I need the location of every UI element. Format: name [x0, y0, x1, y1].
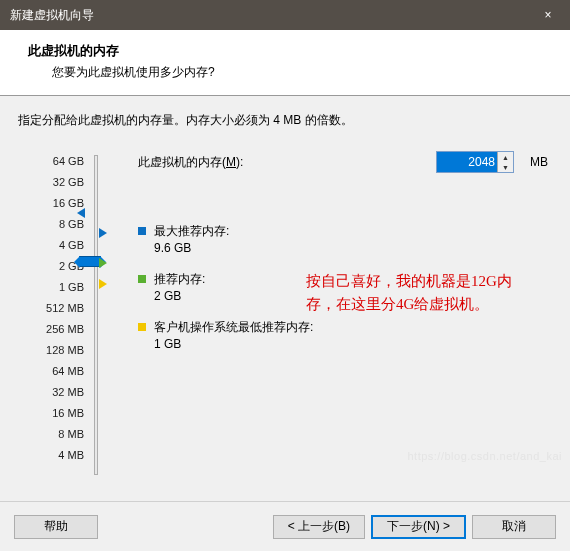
memory-spinner[interactable]: ▲ ▼	[436, 151, 514, 173]
max-rec-row: 最大推荐内存:	[138, 223, 552, 240]
min-value: 1 GB	[154, 337, 552, 351]
tick-label: 16 MB	[18, 403, 84, 424]
memory-input-row: 此虚拟机的内存(M): ▲ ▼ MB	[138, 151, 552, 173]
annotation-text: 按自己喜好，我的机器是12G内存，在这里分4G给虚拟机。	[306, 270, 538, 315]
min-label: 客户机操作系统最低推荐内存:	[154, 319, 313, 336]
header: 此虚拟机的内存 您要为此虚拟机使用多少内存?	[0, 30, 570, 96]
spin-buttons: ▲ ▼	[497, 152, 513, 172]
content: 指定分配给此虚拟机的内存量。内存大小必须为 4 MB 的倍数。 64 GB 32…	[0, 96, 570, 516]
page-title: 此虚拟机的内存	[28, 42, 552, 60]
max-rec-label: 最大推荐内存:	[154, 223, 229, 240]
tick-label: 1 GB	[18, 277, 84, 298]
slider-track	[94, 155, 98, 475]
tick-label: 16 GB	[18, 193, 84, 214]
min-row: 客户机操作系统最低推荐内存:	[138, 319, 552, 336]
memory-input[interactable]	[437, 152, 497, 172]
tick-label: 128 MB	[18, 340, 84, 361]
rec-marker-icon	[99, 258, 107, 268]
rec-label: 推荐内存:	[154, 271, 205, 288]
spin-up-icon[interactable]: ▲	[498, 152, 513, 162]
max-marker-icon	[77, 208, 85, 218]
close-button[interactable]: ×	[526, 0, 570, 30]
tick-label: 256 MB	[18, 319, 84, 340]
memory-unit: MB	[530, 155, 548, 169]
page-subtitle: 您要为此虚拟机使用多少内存?	[52, 64, 552, 81]
memory-label: 此虚拟机的内存(M):	[138, 154, 243, 171]
tick-label: 4 MB	[18, 445, 84, 466]
tick-label: 32 MB	[18, 382, 84, 403]
blue-square-icon	[138, 227, 146, 235]
yellow-square-icon	[138, 323, 146, 331]
tick-label: 8 MB	[18, 424, 84, 445]
tick-label: 4 GB	[18, 235, 84, 256]
max-rec-value: 9.6 GB	[154, 241, 552, 255]
slider-thumb[interactable]	[79, 256, 101, 267]
description: 指定分配给此虚拟机的内存量。内存大小必须为 4 MB 的倍数。	[18, 112, 552, 129]
green-square-icon	[138, 275, 146, 283]
titlebar: 新建虚拟机向导 ×	[0, 0, 570, 30]
tick-label: 8 GB	[18, 214, 84, 235]
cancel-button[interactable]: 取消	[472, 515, 556, 539]
back-button[interactable]: < 上一步(B)	[273, 515, 365, 539]
help-button[interactable]: 帮助	[14, 515, 98, 539]
tick-label: 64 MB	[18, 361, 84, 382]
footer: 帮助 < 上一步(B) 下一步(N) > 取消	[0, 501, 570, 551]
tick-label: 64 GB	[18, 151, 84, 172]
slider-ticks: 64 GB 32 GB 16 GB 8 GB 4 GB 2 GB 1 GB 51…	[18, 151, 88, 466]
next-button[interactable]: 下一步(N) >	[371, 515, 466, 539]
window-title: 新建虚拟机向导	[10, 7, 94, 24]
min-marker-icon	[99, 279, 107, 289]
spin-down-icon[interactable]: ▼	[498, 162, 513, 172]
tick-label: 32 GB	[18, 172, 84, 193]
max-marker-right-icon	[99, 228, 107, 238]
tick-label: 512 MB	[18, 298, 84, 319]
close-icon: ×	[544, 8, 551, 22]
watermark: https://blog.csdn.net/and_kai	[407, 450, 562, 462]
memory-slider[interactable]	[88, 151, 116, 466]
